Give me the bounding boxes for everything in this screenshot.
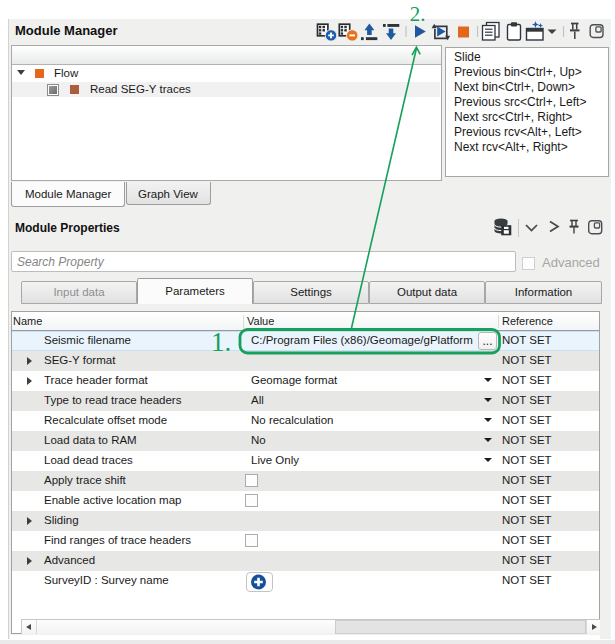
svg-text:2.: 2. (410, 2, 426, 26)
svg-text:1.: 1. (211, 327, 231, 357)
